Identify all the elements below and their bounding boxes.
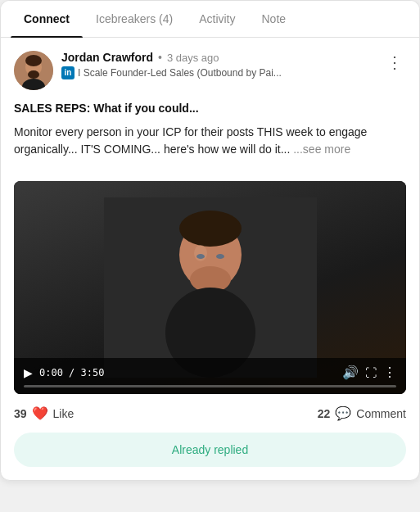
post-time: 3 days ago <box>167 52 219 64</box>
tab-bar: Connect Icebreakers (4) Activity Note <box>1 1 419 38</box>
tab-icebreakers[interactable]: Icebreakers (4) <box>83 1 186 37</box>
like-reaction[interactable]: 39 ❤️ Like <box>14 406 74 421</box>
already-replied-banner: Already replied <box>14 433 406 467</box>
likes-label: Like <box>53 407 75 420</box>
comments-label: Comment <box>356 407 406 420</box>
more-options-button[interactable]: ⋮ <box>383 51 406 74</box>
post-header: Jordan Crawford • 3 days ago in I Scale … <box>14 51 406 90</box>
video-time: 0:00 / 3:50 <box>39 367 104 378</box>
comment-reaction[interactable]: 22 💬 Comment <box>318 406 406 421</box>
svg-point-7 <box>179 211 242 247</box>
heart-icon: ❤️ <box>32 406 48 421</box>
svg-point-3 <box>28 70 39 79</box>
play-button[interactable]: ▶ <box>24 366 33 379</box>
post-text-line1: SALES REPS: What if you could... <box>14 100 406 117</box>
tab-note[interactable]: Note <box>249 1 300 37</box>
author-name: Jordan Crawford <box>61 51 153 64</box>
comments-count: 22 <box>318 407 331 420</box>
post: Jordan Crawford • 3 days ago in I Scale … <box>1 38 419 181</box>
avatar <box>14 51 53 90</box>
svg-point-12 <box>196 254 205 259</box>
video-progress-bar[interactable] <box>24 385 396 387</box>
post-content: Jordan Crawford • 3 days ago in I Scale … <box>1 38 419 467</box>
see-more-link[interactable]: ...see more <box>293 143 350 156</box>
author-subtitle: I Scale Founder-Led Sales (Outbound by P… <box>78 67 282 79</box>
comment-icon: 💬 <box>335 406 351 421</box>
post-text: SALES REPS: What if you could... Monitor… <box>14 100 406 158</box>
volume-icon[interactable]: 🔊 <box>342 365 359 380</box>
video-player[interactable]: ▶ 0:00 / 3:50 🔊 ⛶ ⋮ <box>14 181 406 394</box>
video-more-button[interactable]: ⋮ <box>383 365 396 380</box>
likes-count: 39 <box>14 407 27 420</box>
linkedin-icon: in <box>61 66 75 79</box>
tab-activity[interactable]: Activity <box>186 1 248 37</box>
video-thumbnail-svg <box>104 197 317 378</box>
svg-point-13 <box>216 254 224 259</box>
main-card: Connect Icebreakers (4) Activity Note <box>0 0 420 481</box>
tab-connect[interactable]: Connect <box>11 1 83 37</box>
reactions-bar: 39 ❤️ Like 22 💬 Comment <box>1 394 419 433</box>
already-replied-text: Already replied <box>172 443 248 456</box>
svg-point-2 <box>25 55 42 66</box>
fullscreen-icon[interactable]: ⛶ <box>365 366 377 379</box>
